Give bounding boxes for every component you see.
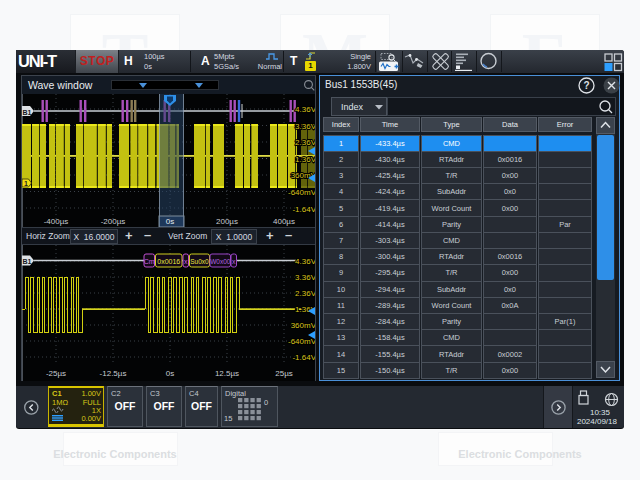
- svg-text:0s: 0s: [166, 369, 174, 378]
- svg-text:B1: B1: [23, 258, 32, 265]
- svg-text:B1: B1: [23, 109, 32, 116]
- svg-text:25µs: 25µs: [275, 369, 293, 378]
- svg-text:-200µs: -200µs: [101, 217, 126, 226]
- svg-text:3.36V: 3.36V: [295, 273, 315, 282]
- svg-text:-400µs: -400µs: [44, 217, 69, 226]
- svg-text:360mV: 360mV: [291, 321, 315, 330]
- svg-text:4.36V: 4.36V: [295, 105, 315, 114]
- svg-text:400µs: 400µs: [273, 217, 295, 226]
- svg-text:-1.64V: -1.64V: [292, 353, 315, 362]
- svg-text:1.36V: 1.36V: [295, 155, 315, 164]
- svg-text:2.36V: 2.36V: [295, 289, 315, 298]
- svg-text:12.5µs: 12.5µs: [215, 369, 239, 378]
- svg-text:0s: 0s: [166, 217, 174, 226]
- svg-text:4.36V: 4.36V: [295, 257, 315, 266]
- svg-text:2.36V: 2.36V: [295, 138, 315, 147]
- svg-text:200µs: 200µs: [216, 217, 238, 226]
- svg-text:Cm: Cm: [144, 258, 155, 265]
- svg-text:-1.64V: -1.64V: [292, 205, 315, 214]
- svg-text:x: x: [232, 258, 236, 265]
- svg-text:1: 1: [24, 180, 28, 187]
- svg-text:0x0016: 0x0016: [157, 258, 180, 265]
- svg-text:-640mV: -640mV: [288, 188, 315, 197]
- svg-text:Su0x0: Su0x0: [190, 258, 209, 265]
- svg-text:W0x00: W0x00: [210, 258, 231, 265]
- svg-text:-12.5µs: -12.5µs: [100, 369, 127, 378]
- svg-text:-25µs: -25µs: [46, 369, 66, 378]
- svg-text:-640mV: -640mV: [288, 337, 315, 346]
- svg-text:x: x: [184, 258, 188, 265]
- svg-text:3.36V: 3.36V: [295, 122, 315, 131]
